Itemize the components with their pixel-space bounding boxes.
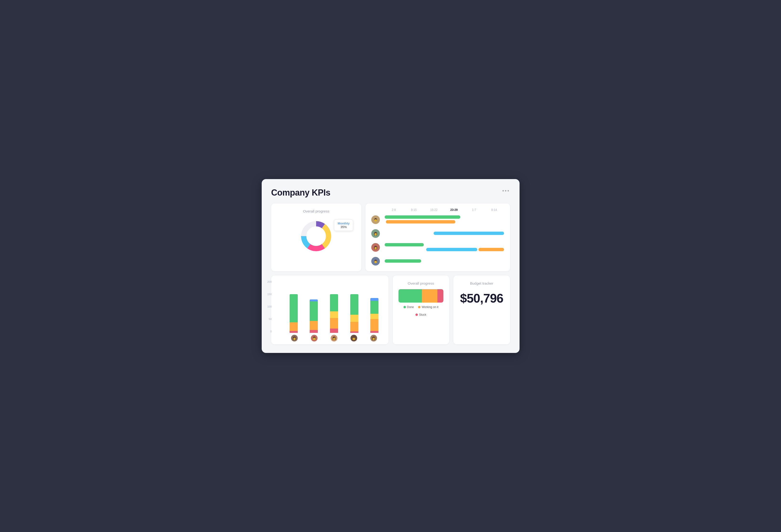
bar-seg-orange-1 xyxy=(290,322,298,331)
gantt-avatar-3: 👩 xyxy=(371,243,380,252)
y-label-200: 200 xyxy=(268,280,272,283)
gantt-avatar-4: 👨 xyxy=(371,257,380,265)
overall-progress-bar-title: Overall progress xyxy=(399,281,444,285)
y-label-150: 150 xyxy=(268,293,272,296)
bar-chart-area: 200 150 100 50 0 xyxy=(276,280,384,333)
y-label-100: 100 xyxy=(268,305,272,308)
bar-stack-2 xyxy=(310,299,318,333)
gantt-bar-orange-1 xyxy=(386,220,455,223)
bar-seg-yellow-5 xyxy=(370,314,378,319)
bar-seg-blue-2 xyxy=(310,299,318,301)
bar-x-labels: 👩 👨 👩 👨 👩 xyxy=(276,335,384,341)
avatar-2: 👨 xyxy=(311,335,318,341)
gantt-bar-orange-3 xyxy=(479,248,504,251)
bar-seg-green-3 xyxy=(330,294,338,311)
page-title: Company KPIs xyxy=(271,188,510,198)
bar-seg-green-5 xyxy=(370,301,378,314)
bar-seg-orange-3 xyxy=(330,318,338,329)
gantt-col-9-15: 9-15 xyxy=(404,208,424,212)
bar-stack-4 xyxy=(350,294,358,333)
bar-seg-red-4 xyxy=(350,331,358,333)
bar-seg-yellow-4 xyxy=(350,315,358,322)
gantt-bar-green-3 xyxy=(385,243,423,246)
bar-x-label-1: 👩 xyxy=(285,335,304,341)
bar-seg-red-2 xyxy=(310,330,318,333)
legend-label-working: Working on it xyxy=(422,305,438,309)
gantt-col-2-8: 2-8 xyxy=(384,208,404,212)
tooltip-label: Monthly xyxy=(338,221,350,225)
donut-chart-svg xyxy=(299,219,333,253)
gantt-bar-blue-3 xyxy=(426,248,477,251)
y-label-50: 50 xyxy=(269,318,272,320)
avatar-4: 👨 xyxy=(351,335,357,341)
gantt-row-1: 👨 xyxy=(371,214,504,225)
bar-stack-1 xyxy=(290,294,298,333)
dashboard: Company KPIs ••• Overall progress xyxy=(262,179,520,353)
progress-working xyxy=(422,289,438,302)
bar-x-label-4: 👨 xyxy=(344,335,364,341)
bar-seg-red-3 xyxy=(330,329,338,333)
gantt-bar-green-4 xyxy=(385,259,421,263)
bar-group-4 xyxy=(345,280,363,333)
bar-group-3 xyxy=(325,280,343,333)
gantt-col-23-29: 23-29 xyxy=(444,208,464,212)
bar-seg-blue-5 xyxy=(370,298,378,301)
tooltip-value: 35% xyxy=(338,225,350,229)
legend-done: Done xyxy=(404,305,414,309)
legend-stuck: Stuck xyxy=(415,313,426,316)
legend-dot-working xyxy=(418,306,420,308)
gantt-avatar-2: 👩 xyxy=(371,229,380,238)
progress-bar-container xyxy=(399,289,444,302)
bar-stack-3 xyxy=(330,294,338,333)
bar-x-label-3: 👩 xyxy=(324,335,344,341)
donut-chart-wrap: Monthly 35% xyxy=(277,217,356,255)
legend-dot-stuck xyxy=(415,314,418,316)
y-label-0: 0 xyxy=(270,330,272,333)
gantt-bars-1 xyxy=(382,214,504,225)
budget-card-title: Budget tracker xyxy=(459,281,504,285)
bar-stack-5 xyxy=(370,298,378,333)
gantt-bar-green-1 xyxy=(385,215,460,219)
gantt-col-1-7: 1-7 xyxy=(464,208,484,212)
bar-x-label-5: 👩 xyxy=(364,335,384,341)
y-axis: 200 150 100 50 0 xyxy=(268,280,272,333)
bar-seg-red-5 xyxy=(370,331,378,333)
bar-group-1 xyxy=(285,280,303,333)
bars-container xyxy=(276,280,384,333)
overall-progress-donut-card: Overall progress xyxy=(271,203,362,271)
donut-card-title: Overall progress xyxy=(277,209,356,213)
bar-seg-red-1 xyxy=(290,331,298,333)
legend-dot-done xyxy=(404,306,406,308)
overall-progress-bar-card: Overall progress Done Working on it xyxy=(393,276,449,344)
more-options-icon[interactable]: ••• xyxy=(502,188,510,194)
gantt-rows: 👨 👩 xyxy=(371,214,504,267)
gantt-header: 2-8 9-15 16-22 23-29 1-7 8-14 xyxy=(384,208,504,212)
gantt-col-16-22: 16-22 xyxy=(424,208,444,212)
bar-x-label-2: 👨 xyxy=(304,335,324,341)
bar-chart-card: 200 150 100 50 0 xyxy=(271,276,388,344)
bar-seg-green-2 xyxy=(310,301,318,321)
budget-tracker-card: Budget tracker $50,796 xyxy=(453,276,510,344)
gantt-bars-2 xyxy=(382,228,504,239)
bar-group-5 xyxy=(365,280,384,333)
gantt-col-8-14: 8-14 xyxy=(484,208,504,212)
avatar-1: 👩 xyxy=(291,335,298,341)
bottom-right-grid: Overall progress Done Working on it xyxy=(393,276,510,344)
bar-seg-green-1 xyxy=(290,294,298,322)
budget-value: $50,796 xyxy=(459,291,504,305)
progress-stuck xyxy=(438,289,443,302)
gantt-card: 2-8 9-15 16-22 23-29 1-7 8-14 👨 xyxy=(366,203,510,271)
gantt-row-4: 👨 xyxy=(371,256,504,267)
gantt-row-2: 👩 xyxy=(371,228,504,239)
legend-label-stuck: Stuck xyxy=(419,313,426,316)
avatar-5: 👩 xyxy=(370,335,377,341)
gantt-bars-4 xyxy=(382,256,504,267)
bar-group-2 xyxy=(305,280,323,333)
legend-working: Working on it xyxy=(418,305,438,309)
avatar-3: 👩 xyxy=(331,335,337,341)
bar-seg-orange-4 xyxy=(350,322,358,331)
legend-label-done: Done xyxy=(407,305,414,309)
gantt-bars-3 xyxy=(382,242,504,253)
gantt-row-3: 👩 xyxy=(371,242,504,253)
progress-legend: Done Working on it Stuck xyxy=(399,305,444,316)
